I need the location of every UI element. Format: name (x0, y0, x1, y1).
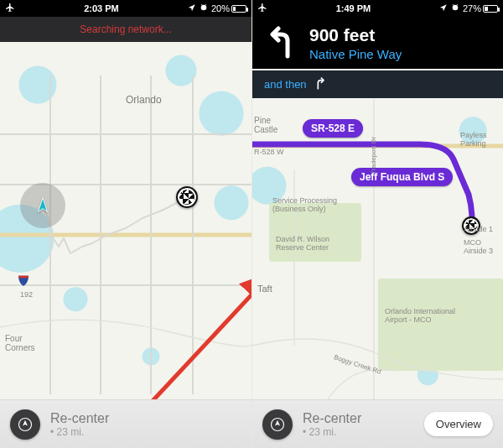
overview-button[interactable]: Overview (424, 412, 493, 436)
recenter-button[interactable] (10, 409, 40, 440)
turn-right-icon (314, 76, 327, 92)
road-network (252, 94, 503, 399)
alarm-icon (451, 3, 459, 13)
recenter-distance: • 23 mi. (50, 426, 109, 438)
searching-text: Searching network... (80, 23, 171, 35)
status-bar: 1:49 PM 27% (252, 0, 503, 17)
and-then-bar[interactable]: and then (252, 70, 503, 98)
recenter-label-group: Re-center • 23 mi. (303, 411, 361, 438)
network-searching-banner: Searching network... (0, 17, 252, 42)
destination-marker (462, 216, 480, 235)
left-screenshot: 2:03 PM 20% Searching network... (0, 0, 252, 448)
turn-left-icon (262, 24, 299, 61)
direction-distance: 900 feet (309, 25, 402, 45)
recenter-label-group: Re-center • 23 mi. (50, 411, 109, 438)
battery-pct-label: 20% (211, 3, 230, 13)
and-then-label: and then (264, 78, 307, 91)
direction-street: Native Pine Way (309, 47, 402, 61)
status-bar: 2:03 PM 20% (0, 0, 252, 17)
svg-rect-11 (269, 203, 361, 262)
battery-indicator: 27% (463, 3, 498, 13)
user-location-marker (20, 183, 65, 228)
svg-rect-10 (378, 279, 503, 371)
airplane-mode-icon (5, 3, 15, 14)
map-view[interactable]: SR-528 E Jeff Fuqua Blvd S Pine Castle R… (252, 94, 503, 399)
interstate-shield-icon (17, 273, 30, 290)
airplane-mode-icon (257, 3, 267, 14)
recenter-title: Re-center (50, 411, 109, 426)
battery-indicator: 20% (211, 3, 246, 13)
battery-pct-label: 27% (463, 3, 481, 13)
recenter-distance: • 23 mi. (303, 426, 361, 438)
compass-icon (270, 417, 285, 432)
road-sign-jeff-fuqua: Jeff Fuqua Blvd S (351, 168, 453, 186)
recenter-title: Re-center (303, 411, 361, 426)
status-time: 1:49 PM (267, 3, 439, 13)
destination-marker (176, 186, 198, 208)
bottom-bar: Re-center • 23 mi. Overview (252, 399, 503, 448)
recenter-button[interactable] (262, 409, 293, 440)
bottom-bar: Re-center • 23 mi. (0, 399, 252, 448)
compass-icon (18, 417, 33, 432)
alarm-icon (200, 3, 208, 13)
location-icon (188, 3, 196, 13)
status-time: 2:03 PM (15, 3, 188, 13)
map-view[interactable]: Orlando Four Corners 192 (0, 42, 252, 399)
road-sign-sr528e: SR-528 E (303, 119, 363, 138)
location-icon (439, 3, 448, 13)
direction-header[interactable]: 900 feet Native Pine Way (252, 17, 503, 69)
right-screenshot: 1:49 PM 27% 900 feet Native Pine Way and… (252, 0, 503, 448)
